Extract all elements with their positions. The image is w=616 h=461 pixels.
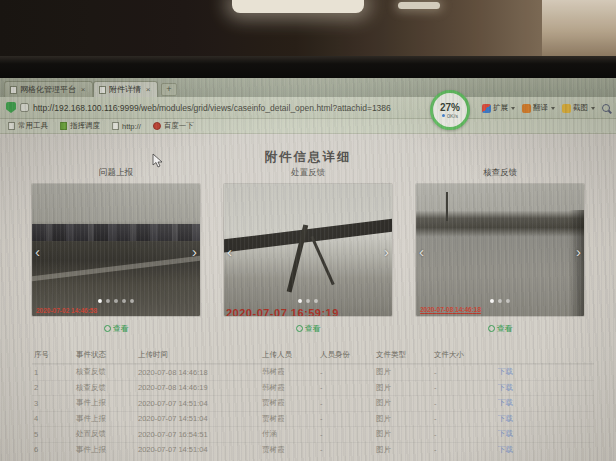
carousel-dots[interactable]: [224, 299, 392, 303]
download-link[interactable]: 下载: [496, 398, 594, 408]
view-link[interactable]: 查看: [497, 323, 513, 334]
table-header-row: 序号 事件状态 上传时间 上传人员 人员身份 文件类型 文件大小: [32, 347, 594, 364]
dot-icon[interactable]: [114, 299, 118, 303]
view-link[interactable]: 查看: [113, 323, 129, 334]
dot-icon[interactable]: [106, 299, 110, 303]
screenshot-icon: [562, 104, 571, 113]
table-row: 4 事件上报 2020-07-07 14:51:04 贾树霞 - 图片 - 下载: [32, 411, 594, 427]
view-action: 查看: [32, 323, 200, 334]
view-link[interactable]: 查看: [305, 323, 321, 334]
col-header: 文件类型: [374, 350, 432, 360]
monitor-bezel: [0, 56, 616, 78]
screenshot-button[interactable]: 截图: [562, 103, 595, 113]
bookmark-item[interactable]: 百度一下: [153, 121, 194, 131]
bookmark-icon: [153, 122, 161, 130]
page-icon: [10, 86, 17, 94]
dot-icon[interactable]: [130, 299, 134, 303]
photo-timestamp: 2020-07-02 14:46:58: [36, 307, 97, 314]
download-link[interactable]: 下载: [496, 383, 594, 393]
panel-verify-feedback: 核查反馈 2020-07-08 14:46:18 查看: [416, 167, 584, 334]
download-link[interactable]: 下载: [496, 429, 594, 439]
dot-icon[interactable]: [314, 299, 318, 303]
room-background: [0, 0, 616, 78]
bookmarks-bar: 常用工具 指挥调度 http:// 百度一下: [0, 119, 616, 134]
screenshot-label: 截图: [573, 103, 588, 113]
site-info-icon[interactable]: [20, 103, 29, 112]
tab-attachment-detail[interactable]: 附件详情: [93, 81, 158, 97]
lamp-post-silhouette: [446, 192, 448, 221]
lit-wall: [542, 0, 616, 58]
dot-icon[interactable]: [98, 299, 102, 303]
dot-icon[interactable]: [298, 299, 302, 303]
download-link[interactable]: 下载: [496, 367, 594, 377]
col-header: 上传时间: [136, 350, 260, 360]
table-row: 1 核查反馈 2020-07-08 14:46:18 韩树霞 - 图片 - 下载: [32, 364, 594, 380]
translate-label: 翻译: [533, 103, 548, 113]
page-icon: [99, 86, 106, 94]
view-action: 查看: [416, 323, 584, 334]
extensions-button[interactable]: 扩展: [482, 103, 515, 113]
chevron-down-icon: [591, 107, 595, 110]
photo-handle-feedback[interactable]: 2020-07-07 16:59:19: [224, 184, 392, 316]
photo-timestamp: 2020-07-07 16:59:19: [226, 307, 339, 316]
carousel-next-icon[interactable]: [192, 245, 197, 259]
bookmark-icon: [60, 122, 67, 130]
col-header: 上传人员: [260, 350, 318, 360]
translate-button[interactable]: 翻译: [522, 103, 555, 113]
view-action: 查看: [224, 323, 392, 334]
download-link[interactable]: 下载: [496, 414, 594, 424]
carousel-next-icon[interactable]: [384, 245, 389, 259]
carousel-next-icon[interactable]: [576, 245, 581, 259]
dot-icon[interactable]: [498, 299, 502, 303]
ceiling-light: [398, 2, 440, 9]
speed-indicator[interactable]: 27% 0K/s: [430, 90, 470, 130]
url-text[interactable]: http://192.168.100.116:9999/web/modules/…: [33, 103, 391, 113]
download-link[interactable]: 下载: [496, 445, 594, 455]
city-skyline: [32, 224, 200, 241]
bookmark-item[interactable]: 常用工具: [8, 121, 48, 131]
bookmark-item[interactable]: 指挥调度: [60, 121, 100, 131]
panel-caption: 处置反馈: [224, 167, 392, 179]
col-header: 事件状态: [74, 350, 136, 360]
carousel-dots[interactable]: [32, 299, 200, 303]
carousel-prev-icon[interactable]: [419, 245, 424, 259]
attachment-panels: 问题上报 2020-07-02 14:46:58 查看: [32, 167, 584, 334]
extensions-icon: [482, 104, 491, 113]
mouse-cursor: [152, 153, 163, 172]
panel-caption: 问题上报: [32, 167, 200, 179]
search-icon[interactable]: [602, 104, 610, 112]
tab-title: 附件详情: [109, 84, 141, 95]
panel-caption: 核查反馈: [416, 167, 584, 179]
translate-icon: [522, 104, 531, 113]
dot-icon[interactable]: [490, 299, 494, 303]
tab-platform[interactable]: 网格化管理平台: [4, 81, 93, 97]
photo-verify-feedback[interactable]: 2020-07-08 14:46:18: [416, 184, 584, 316]
close-icon[interactable]: [79, 85, 87, 94]
tab-title: 网格化管理平台: [20, 84, 76, 95]
panel-handle-feedback: 处置反馈 2020-07-07 16:59:19: [224, 167, 392, 334]
dot-icon[interactable]: [122, 299, 126, 303]
table-row: 6 事件上报 2020-07-07 14:51:04 贾树霞 - 图片 - 下载: [32, 442, 594, 458]
browser-toolbar: 扩展 翻译 截图: [482, 103, 610, 113]
close-icon[interactable]: [144, 85, 152, 94]
dot-icon[interactable]: [306, 299, 310, 303]
shield-icon[interactable]: [6, 102, 16, 113]
dot-icon[interactable]: [506, 299, 510, 303]
view-icon: [488, 325, 495, 332]
carousel-prev-icon[interactable]: [227, 245, 232, 259]
page-title: 附件信息详细: [0, 149, 616, 166]
road-line: [32, 254, 200, 284]
new-tab-button[interactable]: [161, 83, 177, 96]
download-speed: 0K/s: [442, 113, 458, 119]
bookmark-item[interactable]: http://: [112, 122, 141, 131]
barrier-silhouette: [224, 217, 392, 254]
col-header: 序号: [32, 350, 74, 360]
photo-problem-report[interactable]: 2020-07-02 14:46:58: [32, 184, 200, 316]
chevron-down-icon: [511, 107, 515, 110]
carousel-dots[interactable]: [416, 299, 584, 303]
view-icon: [104, 325, 111, 332]
tab-bar: 网格化管理平台 附件详情: [0, 78, 616, 97]
bookmark-icon: [8, 122, 15, 130]
col-header: 人员身份: [318, 350, 374, 360]
carousel-prev-icon[interactable]: [35, 245, 40, 259]
